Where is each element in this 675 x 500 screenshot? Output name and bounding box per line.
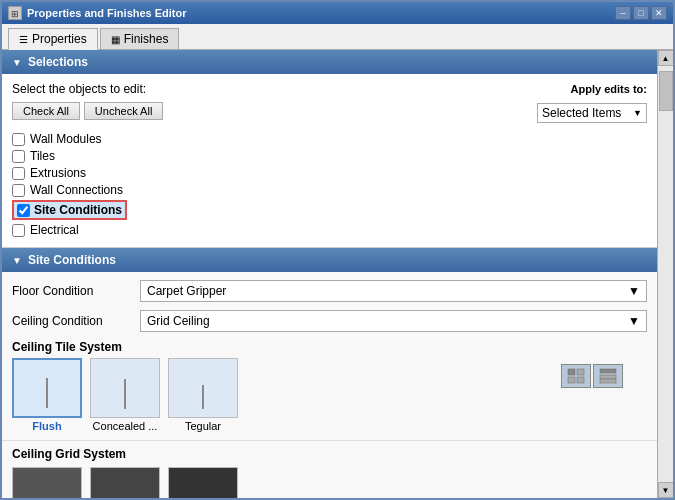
tile-view-buttons [561, 364, 623, 388]
tab-finishes[interactable]: ▦ Finishes [100, 28, 180, 49]
svg-rect-3 [577, 377, 584, 383]
apply-edits-label: Apply edits to: [571, 83, 647, 95]
main-panel: ▼ Selections Select the objects to edit:… [2, 50, 657, 498]
checkbox-list: Wall Modules Tiles Extrusions Wall Conne… [12, 130, 647, 239]
tile-option-flush[interactable]: Flush [12, 358, 82, 432]
scroll-up-button[interactable]: ▲ [658, 50, 674, 66]
tile-label-tegular: Tegular [185, 420, 221, 432]
tab-properties[interactable]: ☰ Properties [8, 28, 98, 50]
tile-grid-view-button[interactable] [561, 364, 591, 388]
ceiling-grid-label: Ceiling Grid System [12, 447, 647, 461]
uncheck-all-button[interactable]: Uncheck All [84, 102, 163, 120]
checkbox-wall-connections: Wall Connections [12, 183, 647, 197]
content-area: ▼ Selections Select the objects to edit:… [2, 50, 673, 498]
concealed-line [124, 379, 126, 409]
svg-rect-2 [568, 377, 575, 383]
tile-box-flush [12, 358, 82, 418]
svg-rect-5 [600, 375, 616, 379]
properties-tab-icon: ☰ [19, 34, 28, 45]
select-controls-row: Check All Uncheck All Selected Items ▼ [12, 102, 647, 124]
tile-option-concealed[interactable]: Concealed ... [90, 358, 160, 432]
grid-box-3 [168, 467, 238, 498]
conditions-content: Floor Condition Carpet Gripper ▼ Ceiling… [2, 272, 657, 440]
site-conditions-checkbox[interactable] [17, 204, 30, 217]
ceiling-condition-dropdown[interactable]: Grid Ceiling ▼ [140, 310, 647, 332]
scrollbar-thumb[interactable] [659, 71, 673, 111]
tile-options-row: Flush Concealed ... [12, 358, 647, 432]
tile-label-flush: Flush [32, 420, 61, 432]
extrusions-label: Extrusions [30, 166, 86, 180]
grid-box-2 [90, 467, 160, 498]
tiles-label: Tiles [30, 149, 55, 163]
selections-header: ▼ Selections [2, 50, 657, 74]
apply-dropdown-value: Selected Items [542, 106, 621, 120]
selections-area: Select the objects to edit: Apply edits … [2, 74, 657, 248]
ceiling-tile-label: Ceiling Tile System [12, 340, 647, 354]
tile-box-concealed [90, 358, 160, 418]
select-top-row: Select the objects to edit: Apply edits … [12, 82, 647, 96]
floor-condition-label: Floor Condition [12, 284, 132, 298]
apply-edits-dropdown[interactable]: Selected Items ▼ [537, 103, 647, 123]
close-button[interactable]: ✕ [651, 6, 667, 20]
svg-rect-4 [600, 369, 616, 373]
scrollbar: ▲ ▼ [657, 50, 673, 498]
checkbox-electrical: Electrical [12, 223, 647, 237]
tegular-line [202, 385, 204, 409]
site-conditions-arrow-icon: ▼ [12, 255, 22, 266]
checkbox-wall-modules: Wall Modules [12, 132, 647, 146]
grid-option-1[interactable] [12, 467, 82, 498]
finishes-tab-label: Finishes [124, 32, 169, 46]
site-conditions-header: ▼ Site Conditions [2, 248, 657, 272]
wall-modules-label: Wall Modules [30, 132, 102, 146]
checkbox-extrusions: Extrusions [12, 166, 647, 180]
electrical-label: Electrical [30, 223, 79, 237]
tile-list-view-button[interactable] [593, 364, 623, 388]
main-window: ⊞ Properties and Finishes Editor – □ ✕ ☰… [0, 0, 675, 500]
apply-dropdown-arrow-icon: ▼ [633, 108, 642, 118]
electrical-checkbox[interactable] [12, 224, 25, 237]
grid-option-3[interactable] [168, 467, 238, 498]
extrusions-checkbox[interactable] [12, 167, 25, 180]
tiles-checkbox[interactable] [12, 150, 25, 163]
site-conditions-section: Floor Condition Carpet Gripper ▼ Ceiling… [2, 272, 657, 498]
minimize-button[interactable]: – [615, 6, 631, 20]
site-conditions-label: Site Conditions [34, 203, 122, 217]
svg-rect-0 [568, 369, 575, 375]
tab-bar: ☰ Properties ▦ Finishes [2, 24, 673, 50]
site-conditions-highlighted: Site Conditions [12, 200, 127, 220]
ceiling-condition-label: Ceiling Condition [12, 314, 132, 328]
selections-arrow-icon: ▼ [12, 57, 22, 68]
scroll-down-button[interactable]: ▼ [658, 482, 674, 498]
title-bar: ⊞ Properties and Finishes Editor – □ ✕ [2, 2, 673, 24]
site-conditions-title: Site Conditions [28, 253, 116, 267]
select-objects-label: Select the objects to edit: [12, 82, 146, 96]
title-buttons: – □ ✕ [615, 6, 667, 20]
window-title: Properties and Finishes Editor [27, 7, 187, 19]
finishes-tab-icon: ▦ [111, 34, 120, 45]
title-bar-left: ⊞ Properties and Finishes Editor [8, 6, 187, 20]
wall-connections-label: Wall Connections [30, 183, 123, 197]
ceiling-condition-row: Ceiling Condition Grid Ceiling ▼ [12, 310, 647, 332]
floor-condition-dropdown[interactable]: Carpet Gripper ▼ [140, 280, 647, 302]
grid-option-2[interactable] [90, 467, 160, 498]
ceiling-grid-section: Ceiling Grid System [2, 440, 657, 498]
selections-title: Selections [28, 55, 88, 69]
floor-dropdown-arrow-icon: ▼ [628, 284, 640, 298]
tile-option-tegular[interactable]: Tegular [168, 358, 238, 432]
wall-modules-checkbox[interactable] [12, 133, 25, 146]
floor-condition-value: Carpet Gripper [147, 284, 226, 298]
grid-box-1 [12, 467, 82, 498]
wall-connections-checkbox[interactable] [12, 184, 25, 197]
ceiling-tile-content: Flush Concealed ... [12, 358, 647, 432]
window-icon: ⊞ [8, 6, 22, 20]
check-buttons: Check All Uncheck All [12, 102, 163, 120]
ceiling-tile-system: Ceiling Tile System Flush [12, 340, 647, 432]
maximize-button[interactable]: □ [633, 6, 649, 20]
ceiling-dropdown-arrow-icon: ▼ [628, 314, 640, 328]
checkbox-tiles: Tiles [12, 149, 647, 163]
check-all-button[interactable]: Check All [12, 102, 80, 120]
properties-tab-label: Properties [32, 32, 87, 46]
tile-label-concealed: Concealed ... [93, 420, 158, 432]
scrollbar-track [658, 66, 673, 482]
svg-rect-6 [600, 379, 616, 383]
